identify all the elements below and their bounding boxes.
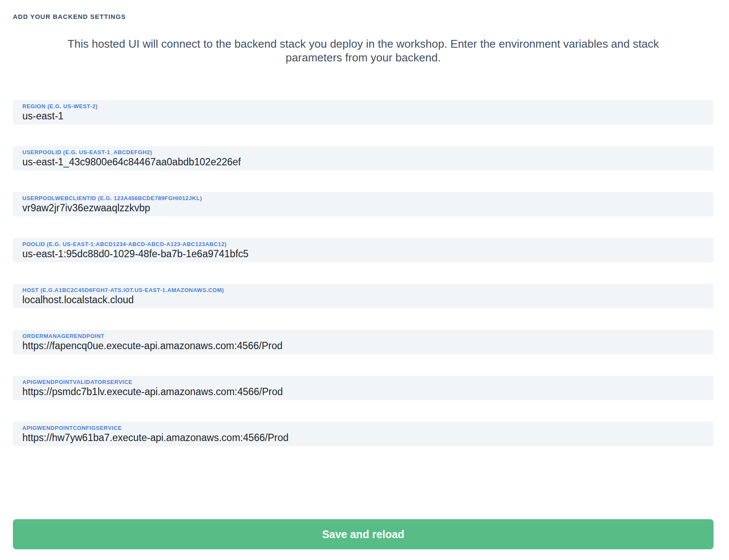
backend-settings-page: ADD YOUR BACKEND SETTINGS This hosted UI… (0, 0, 729, 560)
host-input[interactable] (22, 294, 704, 306)
save-and-reload-button[interactable]: Save and reload (13, 519, 714, 549)
region-field[interactable]: REGION (E.G. US-WEST-2) (13, 100, 714, 125)
userpoolid-input[interactable] (22, 156, 704, 168)
host-field[interactable]: HOST (E.G.A1BC2C45D6FGH7-ATS.IOT.US-EAST… (13, 284, 714, 308)
apigwendpointvalidatorservice-input[interactable] (22, 386, 704, 398)
userpoolwebclientid-input[interactable] (22, 202, 704, 214)
settings-form: REGION (E.G. US-WEST-2) USERPOOLID (E.G.… (13, 100, 714, 446)
userpoolid-field[interactable]: USERPOOLID (E.G. US-EAST-1_ABCDEFGH2) (13, 146, 714, 170)
poolid-field[interactable]: POOLID (E.G. US-EAST-1:ABCD1234-ABCD-ABC… (13, 238, 714, 262)
apigwendpointvalidatorservice-label: APIGWENDPOINTVALIDATORSERVICE (22, 379, 704, 386)
apigwendpointconfigservice-input[interactable] (22, 432, 704, 444)
host-label: HOST (E.G.A1BC2C45D6FGH7-ATS.IOT.US-EAST… (22, 287, 704, 294)
userpoolwebclientid-label: USERPOOLWEBCLIENTID (E.G. 123A456BCDE789… (22, 195, 704, 202)
ordermanagerendpoint-field[interactable]: ORDERMANAGERENDPOINT (13, 330, 714, 354)
apigwendpointconfigservice-label: APIGWENDPOINTCONFIGSERVICE (22, 425, 704, 432)
apigwendpointvalidatorservice-field[interactable]: APIGWENDPOINTVALIDATORSERVICE (13, 376, 714, 400)
apigwendpointconfigservice-field[interactable]: APIGWENDPOINTCONFIGSERVICE (13, 422, 714, 446)
userpoolwebclientid-field[interactable]: USERPOOLWEBCLIENTID (E.G. 123A456BCDE789… (13, 192, 714, 216)
ordermanagerendpoint-label: ORDERMANAGERENDPOINT (22, 333, 704, 340)
poolid-input[interactable] (22, 248, 704, 260)
page-description: This hosted UI will connect to the backe… (43, 37, 683, 64)
userpoolid-label: USERPOOLID (E.G. US-EAST-1_ABCDEFGH2) (22, 149, 704, 156)
ordermanagerendpoint-input[interactable] (22, 340, 704, 352)
region-label: REGION (E.G. US-WEST-2) (22, 103, 704, 110)
region-input[interactable] (22, 110, 704, 122)
page-title: ADD YOUR BACKEND SETTINGS (13, 13, 714, 20)
poolid-label: POOLID (E.G. US-EAST-1:ABCD1234-ABCD-ABC… (22, 241, 704, 248)
